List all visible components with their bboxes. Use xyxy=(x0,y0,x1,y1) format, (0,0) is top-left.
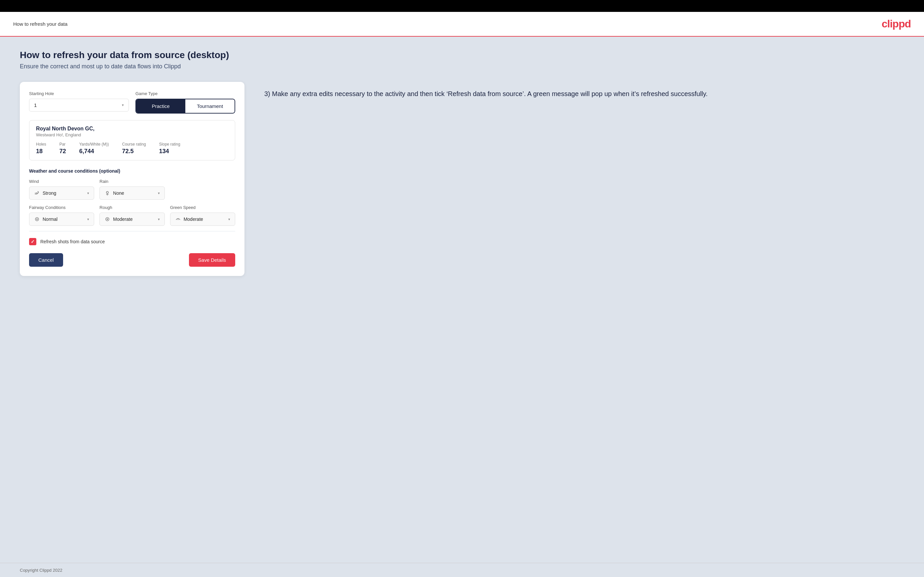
side-description: 3) Make any extra edits necessary to the… xyxy=(264,82,904,99)
fairway-chevron: ▾ xyxy=(87,217,89,221)
green-speed-group: Green Speed Moderate ▾ xyxy=(170,205,235,226)
rain-value: None xyxy=(113,190,124,196)
rain-select[interactable]: None ▾ xyxy=(99,187,165,200)
fairway-label: Fairway Conditions xyxy=(29,205,94,210)
wind-group: Wind Strong ▾ xyxy=(29,179,94,200)
rough-chevron: ▾ xyxy=(158,217,160,221)
fairway-group: Fairway Conditions Normal ▾ xyxy=(29,205,94,226)
starting-hole-select[interactable]: 1 ▾ xyxy=(29,99,129,111)
checkmark-icon: ✓ xyxy=(31,239,35,244)
svg-point-2 xyxy=(36,219,38,220)
save-button[interactable]: Save Details xyxy=(189,253,235,267)
fairway-value: Normal xyxy=(43,216,58,222)
course-name: Royal North Devon GC, xyxy=(36,126,228,132)
slope-rating-label: Slope rating xyxy=(159,142,180,147)
course-rating-stat: Course rating 72.5 xyxy=(122,142,146,155)
practice-button[interactable]: Practice xyxy=(136,99,185,113)
fairway-select[interactable]: Normal ▾ xyxy=(29,213,94,226)
wind-select-inner: Strong xyxy=(34,190,56,196)
header-title: How to refresh your data xyxy=(13,21,68,27)
rough-select-inner: Moderate xyxy=(104,216,132,222)
wind-select[interactable]: Strong ▾ xyxy=(29,187,94,200)
slope-rating-stat: Slope rating 134 xyxy=(159,142,180,155)
rough-select[interactable]: Moderate ▾ xyxy=(99,213,165,226)
fairway-rough-green-row: Fairway Conditions Normal ▾ Rough xyxy=(29,205,235,226)
rain-group: Rain None ▾ xyxy=(99,179,165,200)
form-card: Starting Hole 1 ▾ Game Type Practice Tou… xyxy=(20,82,244,276)
fairway-icon xyxy=(34,216,40,222)
green-speed-label: Green Speed xyxy=(170,205,235,210)
rain-icon xyxy=(104,190,110,196)
holes-stat: Holes 18 xyxy=(36,142,46,155)
yards-stat: Yards/White (M)) 6,744 xyxy=(79,142,109,155)
content-area: Starting Hole 1 ▾ Game Type Practice Tou… xyxy=(20,82,904,276)
par-stat: Par 72 xyxy=(60,142,66,155)
holes-value: 18 xyxy=(36,148,46,155)
course-location: Westward Ho!, England xyxy=(36,132,228,137)
course-info-card: Royal North Devon GC, Westward Ho!, Engl… xyxy=(29,120,235,160)
game-type-label: Game Type xyxy=(136,91,235,96)
divider xyxy=(29,231,235,231)
rain-label: Rain xyxy=(99,179,165,184)
wind-rain-row: Wind Strong ▾ Rain xyxy=(29,179,235,200)
fairway-select-inner: Normal xyxy=(34,216,58,222)
game-type-group: Game Type Practice Tournament xyxy=(136,91,235,114)
starting-hole-chevron: ▾ xyxy=(122,103,124,107)
refresh-checkbox-label: Refresh shots from data source xyxy=(40,239,105,244)
green-speed-value: Moderate xyxy=(184,216,203,222)
rain-select-inner: None xyxy=(104,190,124,196)
course-rating-value: 72.5 xyxy=(122,148,146,155)
wind-label: Wind xyxy=(29,179,94,184)
form-actions: Cancel Save Details xyxy=(29,253,235,267)
form-row-top: Starting Hole 1 ▾ Game Type Practice Tou… xyxy=(29,91,235,114)
par-value: 72 xyxy=(60,148,66,155)
clippd-logo: clippd xyxy=(882,18,911,30)
header: How to refresh your data clippd xyxy=(0,12,924,37)
rough-value: Moderate xyxy=(113,216,132,222)
refresh-checkbox-row: ✓ Refresh shots from data source xyxy=(29,238,235,245)
rough-icon xyxy=(104,216,110,222)
green-speed-chevron: ▾ xyxy=(228,217,230,221)
game-type-toggle: Practice Tournament xyxy=(136,99,235,114)
page-subheading: Ensure the correct and most up to date d… xyxy=(20,63,904,70)
rain-chevron: ▾ xyxy=(158,191,160,195)
top-bar xyxy=(0,0,924,12)
slope-rating-value: 134 xyxy=(159,148,180,155)
rough-label: Rough xyxy=(99,205,165,210)
svg-point-4 xyxy=(107,219,108,220)
footer-copyright: Copyright Clippd 2022 xyxy=(20,568,63,573)
footer: Copyright Clippd 2022 xyxy=(0,563,924,577)
course-rating-label: Course rating xyxy=(122,142,146,147)
starting-hole-label: Starting Hole xyxy=(29,91,129,96)
tournament-button[interactable]: Tournament xyxy=(185,99,234,113)
yards-label: Yards/White (M)) xyxy=(79,142,109,147)
conditions-heading: Weather and course conditions (optional) xyxy=(29,168,235,174)
yards-value: 6,744 xyxy=(79,148,109,155)
main-content: How to refresh your data from source (de… xyxy=(0,37,924,563)
green-speed-icon xyxy=(175,216,181,222)
green-speed-select[interactable]: Moderate ▾ xyxy=(170,213,235,226)
par-label: Par xyxy=(60,142,66,147)
svg-point-0 xyxy=(107,192,108,193)
starting-hole-group: Starting Hole 1 ▾ xyxy=(29,91,129,114)
wind-icon xyxy=(34,190,40,196)
green-speed-select-inner: Moderate xyxy=(175,216,203,222)
cancel-button[interactable]: Cancel xyxy=(29,253,63,267)
side-note-text: 3) Make any extra edits necessary to the… xyxy=(264,89,904,99)
starting-hole-value: 1 xyxy=(34,102,37,108)
course-stats: Holes 18 Par 72 Yards/White (M)) 6,744 C… xyxy=(36,142,228,155)
page-heading: How to refresh your data from source (de… xyxy=(20,50,904,60)
refresh-checkbox[interactable]: ✓ xyxy=(29,238,36,245)
wind-chevron: ▾ xyxy=(87,191,89,195)
holes-label: Holes xyxy=(36,142,46,147)
rough-group: Rough Moderate ▾ xyxy=(99,205,165,226)
wind-value: Strong xyxy=(43,190,56,196)
